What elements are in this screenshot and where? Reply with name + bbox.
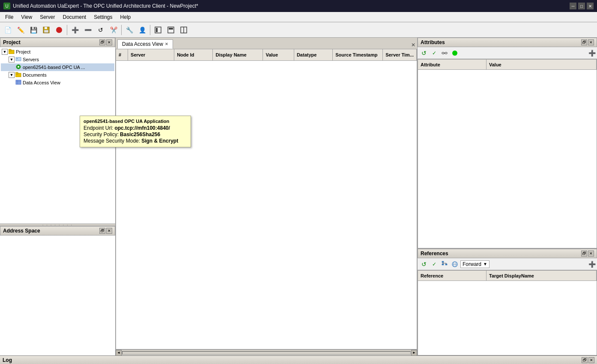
cut-button[interactable]: ✂️ bbox=[107, 24, 119, 36]
ref-add-button[interactable]: ➕ bbox=[588, 261, 595, 268]
scroll-right-button[interactable]: ► bbox=[411, 350, 417, 356]
attr-close-button[interactable]: ✕ bbox=[588, 39, 594, 45]
menu-file[interactable]: File bbox=[2, 13, 17, 21]
attr-add-button[interactable]: ➕ bbox=[588, 50, 595, 57]
remove-button[interactable]: ➖ bbox=[82, 24, 94, 36]
tooltip-security-policy-label: Security Policy: bbox=[84, 131, 119, 137]
tree-item-server-open62541[interactable]: open62541-based OPC UA ... bbox=[1, 63, 114, 71]
menu-document[interactable]: Document bbox=[59, 13, 90, 21]
attr-table-body[interactable] bbox=[418, 70, 597, 177]
maximize-button[interactable]: □ bbox=[578, 3, 585, 9]
svg-rect-22 bbox=[445, 52, 447, 54]
attr-restore-button[interactable]: 🗗 bbox=[581, 39, 587, 45]
svg-rect-25 bbox=[442, 264, 444, 265]
tree-item-documents[interactable]: ▼ Documents bbox=[1, 71, 114, 79]
address-space-header: Address Space 🗗 ✕ bbox=[0, 226, 115, 236]
toolbar-separator-1 bbox=[67, 25, 67, 35]
svg-point-3 bbox=[56, 27, 62, 33]
address-space-content[interactable] bbox=[0, 236, 115, 355]
menu-view[interactable]: View bbox=[18, 13, 36, 21]
references-title: References bbox=[421, 251, 448, 257]
save-as-button[interactable] bbox=[40, 24, 52, 36]
ref-hierarchy-button[interactable] bbox=[440, 260, 449, 269]
left-panel: Project 🗗 ✕ ▼ Project ▼ S bbox=[0, 38, 116, 355]
ref-globe-button[interactable] bbox=[450, 260, 460, 269]
svg-rect-11 bbox=[9, 49, 11, 51]
svg-rect-24 bbox=[442, 261, 444, 263]
tree-expand-project[interactable]: ▼ bbox=[2, 49, 8, 55]
ref-table-body[interactable] bbox=[418, 281, 597, 354]
log-title: Log bbox=[3, 357, 12, 363]
user-button[interactable]: 👤 bbox=[136, 24, 148, 36]
tooltip-endpoint-row: Endpoint Url: opc.tcp://mfn100:4840/ bbox=[84, 125, 187, 131]
edit-button[interactable]: ✏️ bbox=[15, 24, 27, 36]
svg-rect-17 bbox=[15, 72, 18, 74]
center-scroll-area[interactable]: ◄ ► bbox=[116, 349, 417, 355]
attr-check-button[interactable]: ✓ bbox=[430, 48, 439, 58]
ref-refresh-button[interactable]: ↺ bbox=[419, 260, 429, 269]
data-view-area: # Server Node Id Display Name Value Data… bbox=[116, 49, 417, 349]
view2-button[interactable] bbox=[165, 24, 177, 36]
svg-rect-26 bbox=[445, 264, 447, 265]
svg-rect-2 bbox=[44, 30, 48, 33]
tree-expand-servers[interactable]: ▼ bbox=[9, 57, 15, 63]
center-panel-close-button[interactable]: ✕ bbox=[411, 42, 415, 48]
menu-help[interactable]: Help bbox=[117, 13, 134, 21]
col-header-displayname: Display Name bbox=[213, 49, 263, 60]
svg-rect-5 bbox=[156, 28, 158, 32]
tree-item-project[interactable]: ▼ Project bbox=[1, 48, 114, 56]
col-header-datatype: Datatype bbox=[294, 49, 333, 60]
minimize-button[interactable]: ─ bbox=[570, 3, 576, 9]
ref-restore-button[interactable]: 🗗 bbox=[581, 251, 587, 257]
refresh-button[interactable]: ↺ bbox=[95, 24, 107, 36]
log-close-button[interactable]: ✕ bbox=[588, 357, 594, 363]
address-close-button[interactable]: ✕ bbox=[106, 228, 112, 234]
attr-refresh-button[interactable]: ↺ bbox=[419, 48, 429, 58]
save-button[interactable]: 💾 bbox=[27, 24, 39, 36]
ref-check-button[interactable]: ✓ bbox=[430, 260, 439, 269]
col-header-srvtimestamp: Server Tim... bbox=[383, 49, 417, 60]
add-button[interactable]: ➕ bbox=[69, 24, 81, 36]
address-restore-button[interactable]: 🗗 bbox=[99, 228, 105, 234]
dataview-icon bbox=[15, 80, 21, 86]
col-header-value: Value bbox=[263, 49, 294, 60]
attributes-panel: Attributes 🗗 ✕ ↺ ✓ bbox=[418, 38, 597, 248]
tooltip-security-policy-value: Basic256Sha256 bbox=[120, 131, 160, 137]
col-header-nodeid: Node Id bbox=[174, 49, 213, 60]
tree-item-dataview[interactable]: Data Access View bbox=[1, 79, 114, 87]
forward-dropdown[interactable]: Forward ▼ bbox=[460, 260, 490, 268]
close-button[interactable]: ✕ bbox=[587, 3, 594, 9]
view1-button[interactable] bbox=[152, 24, 164, 36]
attr-toolbar: ↺ ✓ ➕ bbox=[418, 47, 597, 59]
server-tooltip: open62541-based OPC UA Application Endpo… bbox=[80, 116, 191, 147]
data-table-header: # Server Node Id Display Name Value Data… bbox=[116, 49, 417, 61]
references-panel: References 🗗 ✕ ↺ ✓ bbox=[418, 248, 597, 355]
tree-item-servers[interactable]: ▼ Servers bbox=[1, 56, 114, 63]
stop-button[interactable] bbox=[53, 24, 65, 36]
project-restore-button[interactable]: 🗗 bbox=[99, 39, 105, 45]
new-document-button[interactable]: 📄 bbox=[2, 24, 14, 36]
project-panel-header: Project 🗗 ✕ bbox=[0, 38, 115, 47]
tooltip-title: open62541-based OPC UA Application bbox=[84, 119, 187, 124]
ref-table: Reference Target DisplayName bbox=[418, 270, 597, 355]
menu-settings[interactable]: Settings bbox=[90, 13, 116, 21]
menu-server[interactable]: Server bbox=[36, 13, 58, 21]
view3-button[interactable] bbox=[178, 24, 190, 36]
tree-label-documents: Documents bbox=[23, 72, 47, 78]
data-table-body[interactable] bbox=[116, 61, 417, 349]
scroll-track[interactable] bbox=[122, 351, 411, 355]
tooltip-endpoint-label: Endpoint Url: bbox=[84, 125, 113, 131]
address-space-title: Address Space bbox=[3, 228, 40, 234]
log-restore-button[interactable]: 🗗 bbox=[582, 357, 588, 363]
settings-button[interactable]: 🔧 bbox=[123, 24, 135, 36]
project-close-button[interactable]: ✕ bbox=[106, 39, 112, 45]
attr-link-button[interactable] bbox=[440, 48, 449, 58]
tree-expand-documents[interactable]: ▼ bbox=[9, 72, 15, 78]
attr-green-circle-button[interactable] bbox=[450, 48, 460, 58]
ref-close-button[interactable]: ✕ bbox=[588, 251, 594, 257]
tab-close-btn[interactable]: ✕ bbox=[165, 42, 168, 46]
tab-data-access-view[interactable]: Data Access View ✕ bbox=[117, 39, 173, 49]
col-header-server: Server bbox=[128, 49, 174, 60]
title-bar-text: Unified Automation UaExpert - The OPC Un… bbox=[13, 3, 198, 9]
scroll-left-button[interactable]: ◄ bbox=[116, 350, 122, 356]
